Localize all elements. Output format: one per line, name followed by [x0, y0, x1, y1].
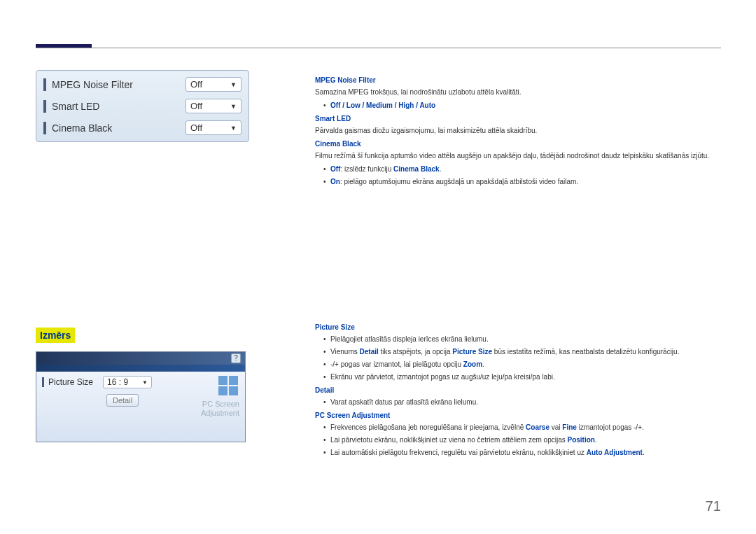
- dropdown-value: Off: [190, 101, 202, 111]
- desc-mpeg-noise-filter: Samazina MPEG trokšņus, lai nodrošinātu …: [315, 87, 721, 97]
- menu-row-cinema-black: Cinema Black Off ▼: [39, 117, 246, 139]
- menu-row-mpeg-noise-filter: MPEG Noise Filter Off ▼: [39, 73, 246, 95]
- heading-detail: Detail: [315, 385, 721, 395]
- menu-label: Smart LED: [52, 101, 180, 112]
- ss2-titlebar: ?: [36, 352, 245, 365]
- chevron-down-icon: ▼: [230, 103, 237, 110]
- list-mpeg-values: Off / Low / Medium / High / Auto: [315, 100, 721, 111]
- list-item: -/+ pogas var izmantot, lai pielāgotu op…: [323, 359, 721, 370]
- chevron-down-icon: ▼: [142, 379, 148, 386]
- smart-led-dropdown[interactable]: Off ▼: [186, 99, 241, 113]
- list-item: Lai pārvietotu ekrānu, noklikšķiniet uz …: [323, 435, 721, 445]
- desc-cinema-black: Filmu režīmā šī funkcija aptumšo video a…: [315, 150, 721, 161]
- doc-text-column: MPEG Noise Filter Samazina MPEG trokšņus…: [315, 72, 721, 461]
- header-divider: [36, 48, 721, 48]
- heading-picture-size: Picture Size: [315, 322, 721, 332]
- pc-screen-adjustment-label: PC Screen Adjustment: [201, 400, 239, 418]
- detail-button[interactable]: Detail: [106, 394, 139, 407]
- cinema-black-dropdown[interactable]: Off ▼: [186, 120, 241, 135]
- heading-smart-led: Smart LED: [315, 113, 721, 124]
- list-pc-screen: Frekvences pielāgošana jeb noregulēšana …: [315, 422, 721, 458]
- list-cinema-black: Off: izslēdz funkciju Cinema Black. On: …: [315, 164, 721, 187]
- menu-label: Cinema Black: [52, 122, 180, 134]
- menu-panel-1: MPEG Noise Filter Off ▼ Smart LED Off ▼ …: [36, 70, 249, 142]
- chevron-down-icon: ▼: [230, 125, 237, 132]
- menu-row-smart-led: Smart LED Off ▼: [39, 95, 246, 117]
- left-column: MPEG Noise Filter Off ▼ Smart LED Off ▼ …: [36, 70, 249, 442]
- pc-screen-adjustment-icon[interactable]: [218, 376, 238, 395]
- picture-size-row: Picture Size 16 : 9 ▼: [42, 376, 239, 388]
- heading-pc-screen-adjustment: PC Screen Adjustment: [315, 410, 721, 421]
- dropdown-value: Off: [190, 79, 202, 90]
- picture-size-dropdown[interactable]: 16 : 9 ▼: [103, 376, 152, 388]
- row-accent: [43, 122, 46, 134]
- list-item: On: pielāgo aptumšojumu ekrāna augšdaļā …: [323, 176, 721, 187]
- list-item: Pielāgojiet atlasītās displeja ierīces e…: [323, 334, 721, 344]
- row-accent: [43, 100, 46, 113]
- page-number: 71: [706, 498, 721, 514]
- ss2-body: Picture Size 16 : 9 ▼ Detail PC Screen A…: [36, 372, 245, 442]
- list-item: Off / Low / Medium / High / Auto: [323, 100, 721, 111]
- dropdown-value: 16 : 9: [107, 377, 128, 387]
- list-item: Varat apskatīt datus par atlasītā ekrāna…: [323, 397, 721, 407]
- list-detail: Varat apskatīt datus par atlasītā ekrāna…: [315, 397, 721, 407]
- heading-mpeg-noise-filter: MPEG Noise Filter: [315, 75, 721, 85]
- list-item: Off: izslēdz funkciju Cinema Black.: [323, 164, 721, 174]
- row-accent: [42, 377, 44, 387]
- section-heading-izmers: Izmērs: [36, 328, 75, 343]
- help-icon[interactable]: ?: [231, 353, 241, 363]
- row-accent: [43, 78, 46, 91]
- ss2-blue-strip: [36, 365, 245, 372]
- menu-label: MPEG Noise Filter: [52, 79, 180, 90]
- picture-size-label: Picture Size: [48, 377, 93, 387]
- chevron-down-icon: ▼: [230, 81, 237, 88]
- list-item: Frekvences pielāgošana jeb noregulēšana …: [323, 422, 721, 433]
- dropdown-value: Off: [190, 122, 202, 133]
- list-item: Ekrānu var pārvietot, izmantojot pogas u…: [323, 372, 721, 382]
- screenshot-size-panel: ? Picture Size 16 : 9 ▼ Detail PC Screen…: [36, 351, 246, 442]
- desc-smart-led: Pārvalda gaismas diožu izgaismojumu, lai…: [315, 125, 721, 136]
- heading-cinema-black: Cinema Black: [315, 139, 721, 149]
- list-picture-size: Pielāgojiet atlasītās displeja ierīces e…: [315, 334, 721, 382]
- mpeg-noise-filter-dropdown[interactable]: Off ▼: [186, 77, 241, 92]
- list-item: Lai automātiski pielāgotu frekvenci, reg…: [323, 447, 721, 458]
- list-item: Vienums Detail tiks atspējots, ja opcija…: [323, 346, 721, 357]
